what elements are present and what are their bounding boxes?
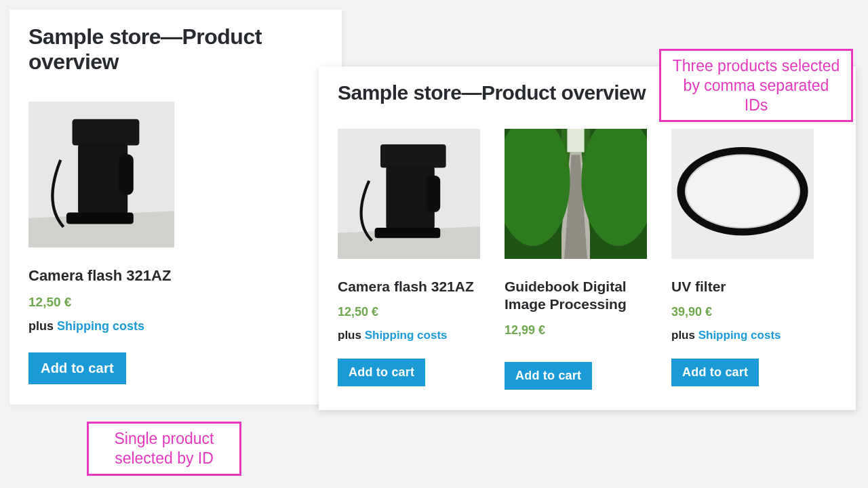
svg-rect-10	[426, 176, 440, 212]
svg-rect-11	[375, 228, 441, 238]
add-to-cart-button[interactable]: Add to cart	[671, 359, 759, 386]
product-grid: Camera flash 321AZ 12,50 € plus Shipping…	[338, 129, 837, 390]
product-image[interactable]	[338, 129, 480, 259]
add-to-cart-button[interactable]: Add to cart	[505, 362, 592, 390]
product-price: 12,50 €	[28, 295, 71, 310]
product-title[interactable]: Camera flash 321AZ	[28, 266, 171, 285]
page-title: Sample store—Product overview	[28, 24, 323, 75]
product-grid: Camera flash 321AZ 12,50 € plus Shipping…	[28, 102, 323, 384]
shipping-costs-link[interactable]: Shipping costs	[57, 319, 144, 333]
shipping-costs-link[interactable]: Shipping costs	[698, 329, 781, 342]
shipping-prefix: plus	[338, 329, 365, 342]
product-price: 12,99 €	[505, 323, 545, 338]
product-card[interactable]: Camera flash 321AZ 12,50 € plus Shipping…	[28, 102, 174, 384]
shipping-costs-link[interactable]: Shipping costs	[365, 329, 448, 342]
svg-rect-2	[73, 119, 140, 146]
add-to-cart-button[interactable]: Add to cart	[338, 359, 425, 386]
product-title[interactable]: UV filter	[671, 278, 726, 296]
product-card[interactable]: Guidebook Digital Image Processing 12,99…	[505, 129, 647, 390]
product-title[interactable]: Camera flash 321AZ	[338, 278, 474, 296]
product-price: 12,50 €	[338, 305, 378, 319]
shipping-line: plus Shipping costs	[28, 319, 144, 333]
shipping-prefix: plus	[28, 319, 57, 333]
product-image[interactable]	[28, 102, 174, 247]
product-title[interactable]: Guidebook Digital Image Processing	[505, 278, 647, 314]
product-card[interactable]: Camera flash 321AZ 12,50 € plus Shipping…	[338, 129, 480, 390]
annotation-single-product: Single product selected by ID	[87, 422, 241, 476]
product-image[interactable]	[505, 129, 647, 259]
svg-rect-19	[567, 129, 584, 152]
add-to-cart-button[interactable]: Add to cart	[28, 352, 126, 384]
svg-rect-4	[119, 154, 134, 195]
svg-rect-5	[66, 212, 134, 224]
product-price: 39,90 €	[671, 305, 712, 319]
shipping-line: plus Shipping costs	[338, 329, 448, 342]
shipping-prefix: plus	[671, 329, 698, 342]
annotation-three-products: Three products selected by comma separat…	[659, 49, 853, 122]
shipping-line: plus Shipping costs	[671, 329, 781, 342]
store-panel-single: Sample store—Product overview Camera fla…	[9, 9, 342, 405]
svg-rect-8	[380, 144, 446, 168]
product-image[interactable]	[671, 129, 814, 259]
product-card[interactable]: UV filter 39,90 € plus Shipping costs Ad…	[671, 129, 814, 390]
